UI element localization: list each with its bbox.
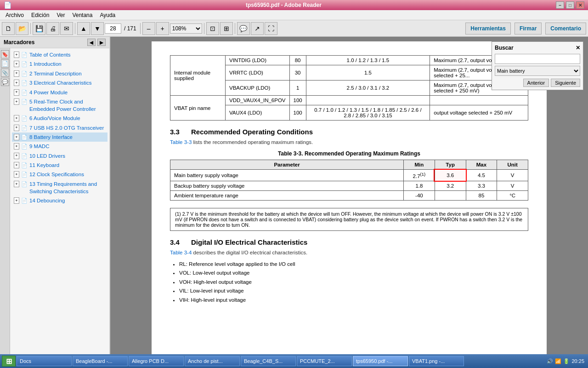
tree-expand-4[interactable]: +: [14, 89, 19, 96]
menu-item-ventana[interactable]: Ventana: [68, 11, 96, 19]
save-button[interactable]: 💾: [33, 22, 45, 35]
pdf-panel[interactable]: Buscar ✕ Main battery Anterior Siguiente…: [110, 37, 588, 354]
tree-expand-14[interactable]: +: [14, 197, 19, 204]
tree-item-10[interactable]: +📄10 LED Drivers: [12, 151, 107, 161]
prev-page-button[interactable]: ▲: [77, 22, 90, 35]
bullet-vih: VIH: High-level input voltage: [179, 296, 528, 305]
tree-expand-9[interactable]: +: [14, 143, 19, 150]
start-button[interactable]: ⊞: [2, 356, 16, 367]
search-prev-button[interactable]: Anterior: [523, 79, 549, 87]
tree-icon-11: 📄: [21, 162, 28, 169]
tree-item-9[interactable]: +📄9 MADC: [12, 142, 107, 151]
page-tab[interactable]: 📄: [1, 59, 9, 68]
comentario-button[interactable]: Comentario: [545, 23, 586, 34]
tree-expand-12[interactable]: +: [14, 171, 19, 178]
new-button[interactable]: 🗋: [2, 22, 15, 35]
tree-item-2[interactable]: +📄2 Terminal Description: [12, 69, 107, 78]
tree-expand-10[interactable]: +: [14, 153, 19, 159]
search-next-button[interactable]: Siguiente: [551, 79, 580, 87]
tree-expand-1[interactable]: +: [14, 61, 19, 67]
search-input[interactable]: [495, 54, 580, 64]
tree-expand-3[interactable]: +: [14, 80, 19, 86]
th-parameter: Parameter: [170, 160, 404, 170]
print-button[interactable]: 🖨: [46, 22, 59, 35]
tree-item-6[interactable]: +📄6 Audio/Voice Module: [12, 114, 107, 123]
zoom-out-button[interactable]: –: [142, 22, 155, 35]
panel-collapse-left[interactable]: ◀: [87, 39, 96, 46]
bookmark-tab[interactable]: 🔖: [1, 50, 9, 58]
tree-item-8[interactable]: +📄8 Battery Interface: [12, 132, 107, 142]
taskbar-vbat1[interactable]: VBAT1.png -...: [409, 356, 464, 366]
tree-item-11[interactable]: +📄11 Keyboard: [12, 161, 107, 170]
next-page-button[interactable]: ▼: [91, 22, 104, 35]
tree-label-6: 6 Audio/Voice Module: [29, 115, 80, 122]
taskbar-ancho[interactable]: Ancho de pist...: [185, 356, 240, 366]
tree-expand-2[interactable]: +: [14, 70, 19, 77]
fit-width-button[interactable]: ⊞: [220, 22, 233, 35]
search-dropdown[interactable]: Main battery: [495, 66, 580, 76]
tree-icon-3: 📄: [21, 80, 28, 86]
taskbar-beagle-c4b[interactable]: Beagle_C4B_S...: [241, 356, 296, 366]
menu-item-archivo[interactable]: Archivo: [2, 11, 28, 19]
tree-expand-5[interactable]: +: [14, 98, 19, 105]
close-button[interactable]: ✕: [576, 1, 584, 9]
cell-backup-battery-min: 1.8: [404, 181, 435, 190]
comment-tab[interactable]: 💬: [1, 78, 9, 86]
tree-expand-0[interactable]: +: [14, 52, 19, 58]
minimize-button[interactable]: –: [556, 1, 564, 9]
taskbar-docs[interactable]: Docs: [17, 356, 72, 366]
tree-item-1[interactable]: +📄1 Introduction: [12, 59, 107, 69]
taskbar-allegro[interactable]: Allegro PCB D...: [129, 356, 184, 366]
fit-page-button[interactable]: ⊡: [206, 22, 219, 35]
table-row: Internal module supplied VINTDIG (LDO) 8…: [170, 56, 528, 65]
search-close-icon[interactable]: ✕: [576, 45, 580, 51]
tree-item-13[interactable]: +📄13 Timing Requirements and Switching C…: [12, 179, 107, 196]
firmar-button[interactable]: Firmar: [514, 23, 542, 34]
left-panel: Marcadores ◀ ▶ 🔖 📄 📎 💬 +📄Table of Conten…: [0, 37, 110, 354]
table34-link[interactable]: Table 3-4: [170, 250, 192, 255]
tree-item-5[interactable]: +📄5 Real-Time Clock and Embedded Power C…: [12, 97, 107, 114]
herramientas-button[interactable]: Herramientas: [465, 23, 511, 34]
open-button[interactable]: 📂: [16, 22, 28, 35]
tree-item-3[interactable]: +📄3 Electrical Characteristics: [12, 78, 107, 87]
tree-expand-13[interactable]: +: [14, 181, 19, 187]
table33-link[interactable]: Table 3-3: [170, 139, 192, 145]
menu-item-ayuda[interactable]: Ayuda: [96, 11, 119, 19]
main-area: Marcadores ◀ ▶ 🔖 📄 📎 💬 +📄Table of Conten…: [0, 37, 588, 354]
taskbar-pccmute[interactable]: PCCMUTE_2...: [297, 356, 352, 366]
cell-backup-battery-param: Backup battery supply voltage: [170, 181, 404, 190]
tree-icon-5: 📄: [21, 98, 28, 105]
tree-item-14[interactable]: +📄14 Debouncing: [12, 196, 107, 205]
cell-main-battery-min: 2.7(1): [404, 170, 435, 181]
attachment-tab[interactable]: 📎: [1, 69, 9, 77]
tree-item-4[interactable]: +📄4 Power Module: [12, 88, 107, 97]
share-button[interactable]: ↗: [251, 22, 264, 35]
tree-icon-0: 📄: [21, 52, 28, 58]
page-number-input[interactable]: 28: [105, 23, 121, 34]
tree-expand-11[interactable]: +: [14, 162, 19, 168]
section-34-title: Digital I/O Electrical Characteristics: [191, 238, 307, 246]
email-button[interactable]: ✉: [60, 22, 73, 35]
tree-label-0: Table of Contents: [29, 51, 71, 58]
panel-collapse-right[interactable]: ▶: [97, 39, 106, 46]
comment-button[interactable]: 💬: [237, 22, 250, 35]
tree-expand-7[interactable]: +: [14, 125, 19, 131]
taskbar-beagleboard[interactable]: BeagleBoard -...: [73, 356, 128, 366]
zoom-in-button[interactable]: +: [156, 22, 169, 35]
table-33: Parameter Min Typ Max Unit Main battery …: [170, 160, 528, 201]
maximize-button[interactable]: □: [566, 1, 574, 9]
fullscreen-button[interactable]: ⛶: [265, 22, 277, 35]
tree-expand-8[interactable]: +: [14, 134, 19, 140]
tree-label-4: 4 Power Module: [29, 89, 68, 96]
section-34-heading: 3.4 Digital I/O Electrical Characteristi…: [170, 238, 528, 246]
zoom-select[interactable]: 108% 100% 75% 125%: [170, 23, 202, 34]
menu-item-ver[interactable]: Ver: [53, 11, 68, 19]
tree-item-12[interactable]: +📄12 Clock Specifications: [12, 170, 107, 179]
tree-item-0[interactable]: +📄Table of Contents: [12, 50, 107, 59]
section-33-heading: 3.3 Recommended Operating Conditions: [170, 128, 528, 136]
tree-item-7[interactable]: +📄7 USB HS 2.0 OTG Transceiver: [12, 123, 107, 132]
tree-expand-6[interactable]: +: [14, 115, 19, 121]
taskbar-tps65950[interactable]: tps65950.pdf -...: [353, 356, 408, 366]
menu-item-edición[interactable]: Edición: [28, 11, 53, 19]
tree-label-7: 7 USB HS 2.0 OTG Transceiver: [29, 124, 104, 132]
